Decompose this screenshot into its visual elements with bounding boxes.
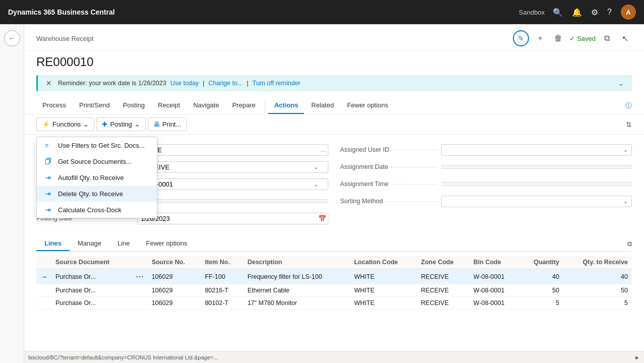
row-options-icon[interactable]: ⋯: [132, 269, 148, 284]
reminder-turn-off[interactable]: Turn off reminder: [253, 80, 301, 87]
reminder-change-to[interactable]: Change to...: [208, 80, 243, 87]
cell-item-no: 80216-T: [201, 284, 243, 297]
select-assigned-user-id[interactable]: [441, 144, 632, 156]
value-sorting-method: ⌄: [441, 196, 632, 207]
tab-actions[interactable]: Actions: [268, 97, 305, 114]
reminder-expand-icon[interactable]: ⌄: [618, 80, 624, 87]
content-area: Warehouse Receipt ✎ + 🗑 ✓ Saved ⧉ ↖ RE00…: [24, 24, 644, 363]
label-sorting-method: Sorting Method: [340, 198, 441, 205]
label-assigned-user-id: Assigned User ID: [340, 146, 441, 153]
cell-item-no: 80102-T: [201, 297, 243, 310]
input-posting-date[interactable]: [137, 213, 328, 224]
row-options-icon[interactable]: [132, 284, 148, 297]
tab-related[interactable]: Related: [305, 97, 340, 114]
collapse-icon[interactable]: ↖: [618, 31, 632, 45]
lines-table: Source Document Source No. Item No. Desc…: [36, 256, 632, 310]
dropdown-item-cross-dock[interactable]: ⇥ Calculate Cross-Dock: [37, 202, 157, 218]
col-description: Description: [244, 256, 350, 269]
col-bin-code: Bin Code: [470, 256, 520, 269]
table-row[interactable]: Purchase Or...10602980102-T17" M780 Moni…: [36, 297, 632, 310]
delete-button[interactable]: 🗑: [551, 31, 565, 45]
col-source-document: Source Document: [51, 256, 132, 269]
posting-button[interactable]: ✚ Posting ⌄: [96, 117, 145, 131]
value-location-code: …: [137, 144, 328, 156]
info-icon[interactable]: ⓘ: [625, 101, 632, 110]
tab-receipt[interactable]: Receipt: [152, 97, 186, 114]
print-icon: 🖶: [153, 120, 160, 128]
tab-process[interactable]: Process: [36, 97, 72, 114]
topbar: Dynamics 365 Business Central Sandbox 🔍 …: [0, 0, 644, 24]
toolbar-expand-icon[interactable]: ⇅: [626, 120, 632, 129]
col-source-no: Source No.: [148, 256, 201, 269]
app-title: Dynamics 365 Business Central: [8, 8, 511, 16]
add-button[interactable]: +: [533, 31, 547, 45]
avatar[interactable]: A: [621, 5, 636, 20]
edit-button[interactable]: ✎: [513, 30, 529, 46]
input-zone-code[interactable]: [137, 161, 328, 173]
cell-qty-to-receive: 50: [563, 284, 632, 297]
field-sorting-method: Sorting Method ⌄: [340, 194, 632, 208]
row-arrow-icon: [36, 284, 51, 297]
posting-icon: ✚: [102, 120, 107, 128]
calendar-icon[interactable]: 📅: [318, 215, 326, 222]
tab-posting[interactable]: Posting: [117, 97, 151, 114]
reminder-text: Reminder: your work date is 1/26/2023: [58, 80, 166, 87]
input-location-code[interactable]: [137, 144, 328, 156]
input-assignment-date: [441, 165, 632, 169]
table-row[interactable]: Purchase Or...10602980216-TEthernet Cabl…: [36, 284, 632, 297]
cell-zone-code: RECEIVE: [417, 297, 470, 310]
cell-quantity: 50: [520, 284, 563, 297]
tab-navigate[interactable]: Navigate: [187, 97, 225, 114]
lines-tab-manage[interactable]: Manage: [70, 236, 109, 251]
dropdown-item-get-source[interactable]: 🗍 Get Source Documents...: [37, 153, 157, 169]
input-bin-code[interactable]: [137, 178, 328, 190]
row-arrow-icon: [36, 297, 51, 310]
cell-source-document[interactable]: Purchase Or...: [51, 284, 132, 297]
lines-tab-fewer-options[interactable]: Fewer options: [138, 236, 196, 251]
scroll-right-icon[interactable]: ►: [634, 354, 640, 360]
status-url: biscloud/BC/?tenant=default&company=CRON…: [28, 354, 218, 360]
table-row[interactable]: →Purchase Or...⋯106029FF-100Frequency fi…: [36, 269, 632, 284]
environment-label: Sandbox: [519, 9, 545, 16]
cell-description: Ethernet Cable: [244, 284, 350, 297]
select-sorting-method[interactable]: [441, 196, 632, 207]
breadcrumb: Warehouse Receipt: [36, 35, 94, 42]
search-icon[interactable]: 🔍: [553, 8, 563, 17]
reminder-bar: ✕ Reminder: your work date is 1/26/2023 …: [36, 75, 632, 91]
tab-prepare[interactable]: Prepare: [226, 97, 261, 114]
dropdown-item-use-filters[interactable]: ▿ Use Filters to Get Src. Docs...: [37, 137, 157, 153]
row-options-icon[interactable]: [132, 297, 148, 310]
reminder-use-today[interactable]: Use today: [170, 80, 199, 87]
lines-tab-line[interactable]: Line: [109, 236, 138, 251]
tab-fewer-options[interactable]: Fewer options: [341, 97, 394, 114]
col-zone-code: Zone Code: [417, 256, 470, 269]
dropdown-item-autofill[interactable]: ⇥ Autofill Qty. to Receive: [37, 169, 157, 186]
cell-location-code: WHITE: [350, 269, 417, 284]
cell-source-document[interactable]: Purchase Or...: [51, 269, 132, 284]
print-button[interactable]: 🖶 Print...: [148, 117, 187, 131]
tab-print-send[interactable]: Print/Send: [73, 97, 116, 114]
dropdown-item-delete-qty[interactable]: ⇥ Delete Qty. to Receive: [37, 186, 157, 202]
help-icon[interactable]: ?: [607, 8, 612, 17]
cell-source-document[interactable]: Purchase Or...: [51, 297, 132, 310]
lines-expand-icon[interactable]: ⧉: [627, 240, 632, 248]
form-right: Assigned User ID ⌄ Assignment Date: [340, 143, 632, 228]
functions-button[interactable]: ⚡ Functions ⌄: [36, 117, 94, 131]
cell-quantity: 40: [520, 269, 563, 284]
page-header: Warehouse Receipt ✎ + 🗑 ✓ Saved ⧉ ↖: [24, 24, 644, 51]
value-assignment-time: [441, 182, 632, 186]
notification-icon[interactable]: 🔔: [572, 8, 582, 17]
row-arrow-icon: →: [36, 269, 51, 284]
settings-icon[interactable]: ⚙: [591, 8, 598, 17]
cell-description: Frequency filter for LS-100: [244, 269, 350, 284]
autofill-icon: ⇥: [45, 173, 53, 182]
reminder-close[interactable]: ✕: [46, 79, 52, 87]
back-button[interactable]: ←: [4, 30, 20, 46]
value-posting-date: 📅: [137, 213, 328, 224]
value-document-status: [137, 199, 328, 203]
lines-tab-lines[interactable]: Lines: [36, 236, 70, 251]
lines-section: Lines Manage Line Fewer options ⧉ Source…: [24, 236, 644, 310]
open-new-window-icon[interactable]: ⧉: [600, 31, 614, 45]
action-bar: Process Print/Send Posting Receipt Navig…: [24, 95, 644, 114]
cell-source-no: 106029: [148, 284, 201, 297]
